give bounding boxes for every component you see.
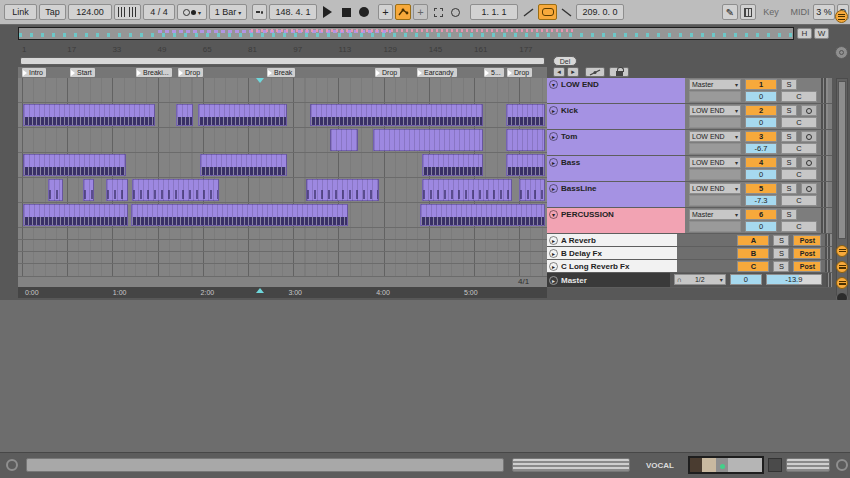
arrangement-lane-percussion[interactable]	[18, 203, 547, 228]
track-name-block[interactable]: ▾LOW END	[547, 78, 685, 103]
automation-arm-button[interactable]	[395, 4, 411, 20]
automation-mode-button[interactable]	[585, 67, 605, 77]
pan-field[interactable]: C	[781, 117, 817, 128]
arm-button[interactable]	[801, 131, 817, 142]
output-routing-select[interactable]: LOW END▾	[689, 105, 741, 116]
unfold-track-icon[interactable]: ▸	[549, 158, 558, 167]
pan-field[interactable]: C	[781, 169, 817, 180]
track-header-bassline[interactable]: ▸BassLineLOW END▾5S-7.3C	[547, 182, 832, 208]
session-record-button[interactable]	[448, 4, 462, 20]
track-name-block[interactable]: ▸Bass	[547, 156, 685, 181]
loop-button[interactable]	[538, 4, 557, 20]
output-routing-select[interactable]: LOW END▾	[689, 131, 741, 142]
unfold-track-icon[interactable]: ▸	[549, 262, 558, 271]
return-header-a-reverb[interactable]: ▸A ReverbASPost	[547, 234, 832, 247]
clip[interactable]	[519, 179, 545, 201]
locator-earcandy[interactable]: Earcandy	[417, 68, 457, 77]
clip[interactable]	[373, 129, 483, 151]
solo-button[interactable]: S	[781, 183, 797, 194]
master-volume-field[interactable]: -13.9	[766, 274, 822, 285]
track-number[interactable]: 4	[745, 157, 777, 168]
stop-button[interactable]	[340, 4, 352, 20]
unfold-track-icon[interactable]: ▸	[549, 249, 558, 258]
nudge-buttons[interactable]	[114, 4, 141, 20]
loop-start-field[interactable]: 1. 1. 1	[470, 4, 518, 20]
solo-button[interactable]: S	[773, 261, 789, 272]
locator-drop[interactable]: Drop	[178, 68, 203, 77]
locator-drop[interactable]: Drop	[507, 68, 532, 77]
scrollbar-thumb[interactable]	[838, 81, 846, 239]
output-routing-select[interactable]: Master▾	[689, 79, 741, 90]
bar-ruler[interactable]: 1173349658197113129145161177	[18, 43, 547, 56]
unfold-track-icon[interactable]: ▸	[549, 184, 558, 193]
track-number[interactable]: 2	[745, 105, 777, 116]
device-view-scroll[interactable]	[786, 458, 830, 472]
return-header-c-long-reverb-fx[interactable]: ▸C Long Reverb FxCSPost	[547, 260, 832, 273]
status-left-icon[interactable]	[6, 459, 18, 471]
post-fader-toggle[interactable]: Post	[793, 235, 821, 246]
track-number[interactable]: 1	[745, 79, 777, 90]
tap-tempo-button[interactable]: Tap	[39, 4, 66, 20]
clip[interactable]	[23, 104, 155, 126]
clip[interactable]	[48, 179, 63, 201]
track-name-block[interactable]: ▾PERCUSSION	[547, 208, 685, 233]
io-section-toggle[interactable]	[835, 46, 848, 59]
solo-button[interactable]: S	[781, 131, 797, 142]
solo-button[interactable]: S	[781, 157, 797, 168]
solo-button[interactable]: S	[781, 105, 797, 116]
clip[interactable]	[23, 154, 126, 176]
time-signature-field[interactable]: 4 / 4	[143, 4, 175, 20]
arm-button[interactable]	[801, 183, 817, 194]
arrangement-lane-tom[interactable]	[18, 128, 547, 153]
returns-section-toggle[interactable]	[836, 261, 848, 273]
record-button[interactable]	[357, 4, 370, 20]
punch-out-button[interactable]	[559, 4, 574, 20]
arrangement-overview[interactable]	[18, 27, 794, 40]
delete-locator-button[interactable]: Del	[553, 56, 577, 66]
return-letter[interactable]: C	[737, 261, 769, 272]
locator-break[interactable]: Break	[267, 68, 295, 77]
unfold-track-icon[interactable]: ▸	[549, 236, 558, 245]
locator-row[interactable]: IntroStartBreaki...DropBreakDropEarcandy…	[18, 67, 547, 78]
locator-breaki[interactable]: Breaki...	[136, 68, 172, 77]
punch-in-button[interactable]	[521, 4, 536, 20]
track-number[interactable]: 6	[745, 209, 777, 220]
return-header-b-delay-fx[interactable]: ▸B Delay FxBSPost	[547, 247, 832, 260]
arrangement-position-field[interactable]: 148. 4. 1	[269, 4, 317, 20]
unfold-track-icon[interactable]: ▾	[549, 210, 558, 219]
arrangement-lane-kick[interactable]	[18, 103, 547, 128]
return-name-block[interactable]: ▸B Delay Fx	[547, 247, 677, 259]
arrangement-lane-bass[interactable]	[18, 153, 547, 178]
optimize-width-button[interactable]: W	[814, 28, 829, 39]
loop-length-field[interactable]: 209. 0. 0	[576, 4, 624, 20]
key-map-button[interactable]: Key	[758, 4, 784, 20]
follow-button[interactable]	[252, 4, 267, 20]
next-locator-button[interactable]: ▸	[567, 67, 579, 77]
output-routing-select[interactable]: LOW END▾	[689, 183, 741, 194]
unfold-track-icon[interactable]: ▸	[549, 276, 558, 285]
time-ruler[interactable]: 0:001:002:003:004:005:00	[18, 287, 547, 298]
previous-locator-button[interactable]: ◂	[553, 67, 565, 77]
horizontal-scrollbar[interactable]	[512, 458, 630, 472]
track-name-block[interactable]: ▸Kick	[547, 104, 685, 129]
clip[interactable]	[83, 179, 94, 201]
clip[interactable]	[506, 104, 545, 126]
midi-map-button[interactable]: MIDI	[786, 4, 814, 20]
clip[interactable]	[310, 104, 483, 126]
track-header-tom[interactable]: ▸TomLOW END▾3S-6.7C	[547, 130, 832, 156]
metronome-button[interactable]: ▾	[177, 4, 207, 20]
output-routing-select[interactable]: LOW END▾	[689, 157, 741, 168]
arrangement-lane-b-delay-fx[interactable]	[18, 240, 547, 252]
solo-button[interactable]: S	[781, 79, 797, 90]
clip[interactable]	[131, 204, 348, 226]
clip[interactable]	[506, 129, 545, 151]
locator-5[interactable]: 5...	[484, 68, 504, 77]
solo-button[interactable]: S	[773, 248, 789, 259]
solo-button[interactable]: S	[781, 209, 797, 220]
clip[interactable]	[422, 154, 483, 176]
mixer-section-menu-button[interactable]	[835, 10, 848, 23]
clip[interactable]	[422, 179, 512, 201]
pan-field[interactable]: C	[781, 195, 817, 206]
overdub-button[interactable]: +	[378, 4, 393, 20]
optimize-height-button[interactable]: H	[797, 28, 812, 39]
